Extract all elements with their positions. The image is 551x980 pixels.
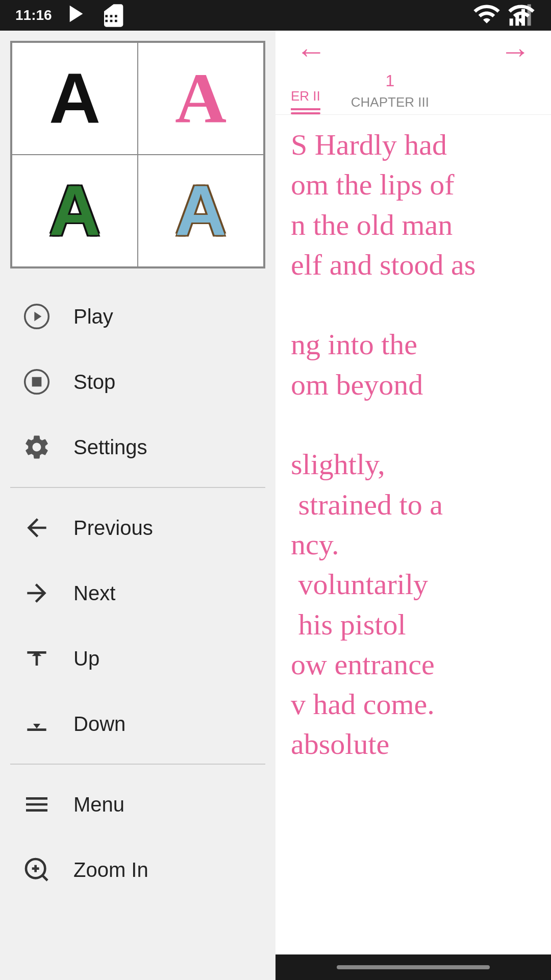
down-button[interactable]: Down [0,691,276,756]
status-bar-right [472,0,536,32]
stop-icon [20,365,53,398]
home-indicator [337,965,490,969]
zoom-in-icon [20,853,53,886]
book-text-area: S Hardly had om the lips of n the old ma… [276,115,551,954]
status-bar-left: 11:16 [15,0,126,32]
settings-icon [20,431,53,463]
chapter-3-label: CHAPTER III [351,94,429,114]
zoom-in-label: Zoom In [73,859,148,881]
settings-button[interactable]: Settings [0,414,276,480]
media-controls-section: Play Stop Settings [0,279,276,485]
bottom-nav-bar-area [276,954,551,980]
nav-next-arrow[interactable]: → [500,34,531,69]
zoom-in-button[interactable]: Zoom In [0,837,276,902]
top-nav: ← → [276,31,551,71]
svg-line-9 [42,875,47,880]
status-bar: 11:16 [0,0,551,31]
navigation-section: Previous Next Up [0,490,276,762]
font-letter-blue: A [175,175,227,247]
chapter-3-num: 1 [351,71,429,94]
settings-label: Settings [73,436,147,459]
arrow-up-icon [20,642,53,675]
down-label: Down [73,713,126,736]
stop-label: Stop [73,371,115,394]
divider-1 [10,487,265,488]
menu-button[interactable]: Menu [0,772,276,837]
nav-prev-arrow[interactable]: ← [296,34,327,69]
svg-marker-5 [34,312,41,322]
svg-rect-0 [510,18,513,26]
hamburger-icon [20,788,53,821]
menu-label: Menu [73,793,124,816]
chapter-tabs: ER II 1 CHAPTER III [276,71,551,115]
font-cell-pink[interactable]: A [138,42,264,155]
stop-button[interactable]: Stop [0,349,276,414]
svg-rect-2 [521,9,525,26]
content-panel: ← → ER II 1 CHAPTER III S Hardly had om … [276,31,551,980]
main-layout: A A A A Play [0,31,551,980]
sim-card-icon [97,0,126,32]
chapter-2-label: ER II [291,88,320,110]
next-button[interactable]: Next [0,560,276,626]
divider-2 [10,764,265,765]
up-label: Up [73,647,99,670]
arrow-right-icon [20,577,53,609]
play-button[interactable]: Play [0,284,276,349]
chapter-tab-row: ER II 1 CHAPTER III [291,71,541,114]
up-button[interactable]: Up [0,626,276,691]
play-label: Play [73,305,113,328]
tab-chapter-3[interactable]: 1 CHAPTER III [351,71,429,114]
extra-section: Menu Zoom In [0,767,276,908]
time-display: 11:16 [15,7,52,23]
previous-label: Previous [73,517,153,540]
font-cell-black[interactable]: A [12,42,138,155]
font-letter-pink: A [175,63,227,134]
signal-icon [507,0,536,32]
next-label: Next [73,582,115,605]
arrow-left-icon [20,511,53,544]
previous-button[interactable]: Previous [0,495,276,560]
book-text-content: S Hardly had om the lips of n the old ma… [291,125,536,765]
font-picker: A A A A [10,41,265,268]
play-icon [20,300,53,333]
svg-rect-3 [528,4,531,26]
play-indicator-icon [60,0,89,32]
svg-rect-1 [515,14,519,26]
font-letter-black: A [49,63,101,134]
wifi-icon [472,0,501,32]
font-letter-green: A [49,175,101,247]
tab-chapter-2[interactable]: ER II [291,88,320,114]
drawer-panel: A A A A Play [0,31,276,980]
svg-rect-7 [32,377,42,387]
font-cell-green[interactable]: A [12,155,138,267]
arrow-down-icon [20,707,53,740]
font-cell-blue[interactable]: A [138,155,264,267]
